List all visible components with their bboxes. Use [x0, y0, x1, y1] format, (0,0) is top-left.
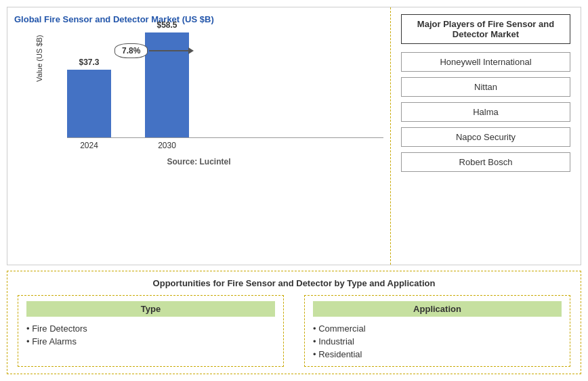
bar-2030: $58.5 — [145, 20, 189, 137]
y-axis-label: Value (US $B) — [35, 35, 43, 83]
application-item-1: Industrial — [313, 335, 562, 348]
bar-2030-value: $58.5 — [156, 20, 177, 30]
bottom-section: Opportunities for Fire Sensor and Detect… — [7, 271, 581, 374]
bottom-content: Type Fire Detectors Fire Alarms Applicat… — [18, 295, 570, 367]
type-items: Fire Detectors Fire Alarms — [26, 322, 275, 348]
player-honeywell: Honeywell International — [401, 52, 570, 72]
main-container: Global Fire Sensor and Detector Market (… — [0, 0, 588, 381]
chart-inner: Value (US $B) 7.8% $37.3 $58 — [14, 30, 383, 150]
bar-2024: $37.3 — [67, 58, 111, 137]
x-labels: 2024 2030 — [67, 141, 383, 150]
cagr-arrow — [149, 50, 190, 51]
player-bosch: Robert Bosch — [401, 152, 570, 172]
players-title: Major Players of Fire Sensor and Detecto… — [401, 14, 570, 44]
x-label-2024: 2024 — [67, 141, 111, 150]
cagr-oval: 7.8% — [114, 43, 148, 58]
source-text: Source: Lucintel — [14, 157, 383, 166]
cagr-annotation: 7.8% — [114, 43, 190, 58]
type-column: Type Fire Detectors Fire Alarms — [18, 295, 284, 367]
application-items: Commercial Industrial Residential — [313, 322, 562, 361]
player-nittan: Nittan — [401, 77, 570, 97]
application-item-0: Commercial — [313, 322, 562, 335]
opportunities-title: Opportunities for Fire Sensor and Detect… — [18, 278, 570, 288]
chart-title: Global Fire Sensor and Detector Market (… — [14, 14, 383, 24]
top-section: Global Fire Sensor and Detector Market (… — [7, 7, 581, 265]
bars-row: 7.8% $37.3 $58.5 — [67, 30, 383, 138]
application-header: Application — [313, 301, 562, 317]
application-column: Application Commercial Industrial Reside… — [304, 295, 570, 367]
type-header: Type — [26, 301, 275, 317]
player-halma: Halma — [401, 102, 570, 122]
bar-2024-value: $37.3 — [79, 58, 99, 67]
type-item-1: Fire Alarms — [26, 335, 275, 348]
bar-2024-rect — [67, 70, 111, 137]
application-item-2: Residential — [313, 348, 562, 361]
chart-area: Global Fire Sensor and Detector Market (… — [7, 7, 391, 265]
player-napco: Napco Security — [401, 127, 570, 147]
x-label-2030: 2030 — [145, 141, 189, 150]
players-area: Major Players of Fire Sensor and Detecto… — [391, 7, 581, 265]
type-item-0: Fire Detectors — [26, 322, 275, 335]
